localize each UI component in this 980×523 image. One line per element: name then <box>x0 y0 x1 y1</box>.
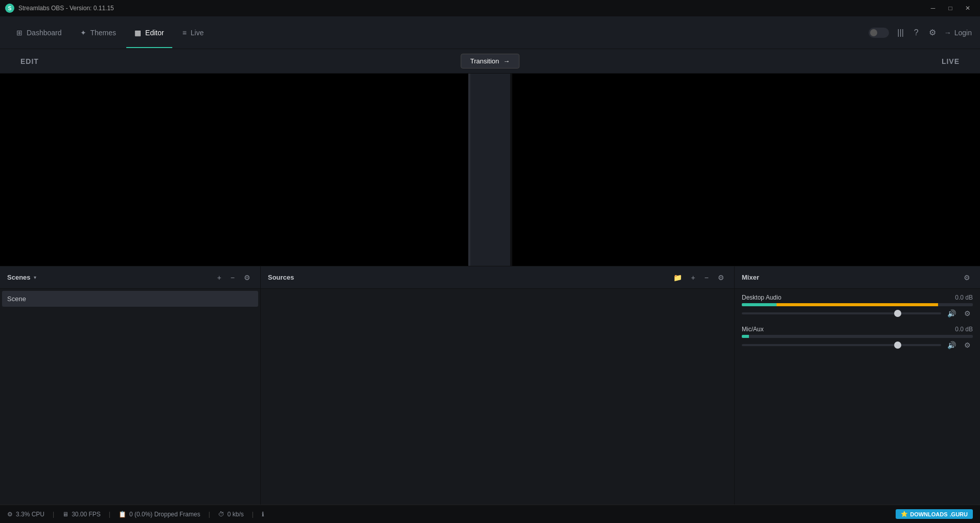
scenes-dropdown-arrow[interactable]: ▾ <box>34 275 36 280</box>
transition-middle <box>470 74 512 266</box>
transition-button[interactable]: Transition → <box>461 54 520 69</box>
nav-left: ⊞ Dashboard ✦ Themes ▦ Editor ≡ Live <box>8 25 212 41</box>
scenes-add-button[interactable]: + <box>215 272 224 283</box>
mic-aux-slider[interactable] <box>742 344 941 346</box>
desktop-audio-settings-button[interactable]: ⚙ <box>962 308 973 319</box>
transition-arrow-icon: → <box>503 57 510 65</box>
mixer-panel: Mixer ⚙ Desktop Audio 0.0 dB 🔊 <box>735 266 980 505</box>
sources-add-button[interactable]: + <box>689 272 698 283</box>
nav-right: ||| ? ⚙ → Login <box>869 26 972 39</box>
scenes-panel: Scenes ▾ + − ⚙ Scene <box>0 266 261 505</box>
bandwidth-icon: ⏱ <box>218 511 224 518</box>
scenes-header: Scenes ▾ + − ⚙ <box>0 266 260 289</box>
mic-aux-level-green <box>742 335 749 338</box>
mic-aux-settings-button[interactable]: ⚙ <box>962 340 973 350</box>
dropped-label: 0 (0.0%) Dropped Frames <box>129 511 200 518</box>
divider-3: | <box>209 511 210 518</box>
mixer-title: Mixer <box>742 274 759 281</box>
desktop-audio-slider[interactable] <box>742 312 941 314</box>
scenes-settings-button[interactable]: ⚙ <box>241 272 253 283</box>
toggle-switch[interactable] <box>869 28 889 38</box>
sources-settings-button[interactable]: ⚙ <box>715 272 727 283</box>
dropped-frames-status: 📋 0 (0.0%) Dropped Frames <box>119 511 200 518</box>
guru-text: DOWNLOADS <box>910 511 947 517</box>
login-label: Login <box>954 29 972 37</box>
scenes-remove-button[interactable]: − <box>228 272 237 283</box>
bars-icon[interactable]: ||| <box>895 26 905 39</box>
scenes-content: Scene <box>0 289 260 505</box>
dropped-icon: 📋 <box>119 511 126 518</box>
cpu-icon: ⚙ <box>7 511 13 518</box>
mic-aux-db: 0.0 dB <box>955 326 973 333</box>
app-icon: S <box>5 4 14 13</box>
login-button[interactable]: → Login <box>944 29 972 37</box>
divider-1: | <box>53 511 54 518</box>
close-button[interactable]: ✕ <box>961 3 975 13</box>
help-icon[interactable]: ? <box>912 26 921 39</box>
mic-aux-label: Mic/Aux <box>742 326 764 333</box>
nav-live-label: Live <box>191 29 204 37</box>
maximize-button[interactable]: □ <box>943 3 958 13</box>
divider-4: | <box>252 511 254 518</box>
fps-icon: 🖥 <box>62 511 69 518</box>
mixer-track-mic-header: Mic/Aux 0.0 dB <box>742 326 973 333</box>
titlebar: S Streamlabs OBS - Version: 0.11.15 ─ □ … <box>0 0 980 16</box>
sources-remove-button[interactable]: − <box>702 272 711 283</box>
sources-controls: 📁 + − ⚙ <box>671 272 727 283</box>
mixer-header: Mixer ⚙ <box>735 266 980 289</box>
nav-editor-label: Editor <box>145 29 164 37</box>
nav-themes[interactable]: ✦ Themes <box>72 25 125 41</box>
nav-dashboard-label: Dashboard <box>27 29 62 37</box>
scenes-title-area: Scenes ▾ <box>7 274 36 281</box>
sources-content <box>261 289 734 505</box>
info-icon: ℹ <box>262 511 264 518</box>
nav-live[interactable]: ≡ Live <box>174 25 212 41</box>
sources-folder-button[interactable]: 📁 <box>671 272 685 283</box>
edit-preview <box>0 74 470 266</box>
desktop-audio-controls: 🔊 ⚙ <box>742 308 973 319</box>
dashboard-icon: ⊞ <box>16 29 22 37</box>
desktop-audio-knob[interactable] <box>894 310 901 317</box>
mic-aux-level-bar <box>742 335 973 338</box>
mixer-track-desktop: Desktop Audio 0.0 dB 🔊 ⚙ <box>742 294 973 319</box>
transition-label: Transition <box>470 57 499 65</box>
mic-aux-mute-button[interactable]: 🔊 <box>945 340 958 350</box>
mixer-track-mic: Mic/Aux 0.0 dB 🔊 ⚙ <box>742 326 973 350</box>
mic-aux-controls: 🔊 ⚙ <box>742 340 973 350</box>
themes-icon: ✦ <box>80 29 86 37</box>
desktop-audio-label: Desktop Audio <box>742 294 781 301</box>
desktop-audio-level-green <box>742 303 777 306</box>
guru-star-icon: ⭐ <box>901 511 908 517</box>
live-preview <box>512 74 981 266</box>
live-icon: ≡ <box>183 29 187 37</box>
guru-suffix: .GURU <box>950 511 968 517</box>
mic-aux-knob[interactable] <box>894 342 901 349</box>
cpu-label: 3.3% CPU <box>16 511 44 518</box>
settings-icon[interactable]: ⚙ <box>927 26 938 39</box>
statusbar: ⚙ 3.3% CPU | 🖥 30.00 FPS | 📋 0 (0.0%) Dr… <box>0 505 980 523</box>
minimize-button[interactable]: ─ <box>926 3 940 13</box>
guru-badge[interactable]: ⭐ DOWNLOADS .GURU <box>896 509 973 519</box>
divider-2: | <box>109 511 110 518</box>
desktop-audio-db: 0.0 dB <box>955 294 973 301</box>
bandwidth-label: 0 kb/s <box>227 511 244 518</box>
cpu-status: ⚙ 3.3% CPU <box>7 511 44 518</box>
sources-header: Sources 📁 + − ⚙ <box>261 266 734 289</box>
live-label: LIVE <box>942 57 960 65</box>
desktop-audio-level-bar <box>742 303 973 306</box>
editor-header: EDIT Transition → LIVE <box>0 49 980 74</box>
edit-label: EDIT <box>20 57 39 65</box>
nav-editor[interactable]: ▦ Editor <box>126 25 172 41</box>
sources-panel: Sources 📁 + − ⚙ <box>261 266 735 505</box>
titlebar-title: Streamlabs OBS - Version: 0.11.15 <box>18 5 114 12</box>
titlebar-left: S Streamlabs OBS - Version: 0.11.15 <box>5 4 114 13</box>
statusbar-left: ⚙ 3.3% CPU | 🖥 30.00 FPS | 📋 0 (0.0%) Dr… <box>7 511 264 518</box>
nav-dashboard[interactable]: ⊞ Dashboard <box>8 25 70 41</box>
mixer-settings-button[interactable]: ⚙ <box>961 272 973 283</box>
mixer-content: Desktop Audio 0.0 dB 🔊 ⚙ Mi <box>735 289 980 505</box>
info-status[interactable]: ℹ <box>262 511 264 518</box>
desktop-audio-mute-button[interactable]: 🔊 <box>945 308 958 319</box>
sources-title: Sources <box>268 274 294 281</box>
nav-themes-label: Themes <box>90 29 117 37</box>
scene-item[interactable]: Scene <box>2 291 258 307</box>
